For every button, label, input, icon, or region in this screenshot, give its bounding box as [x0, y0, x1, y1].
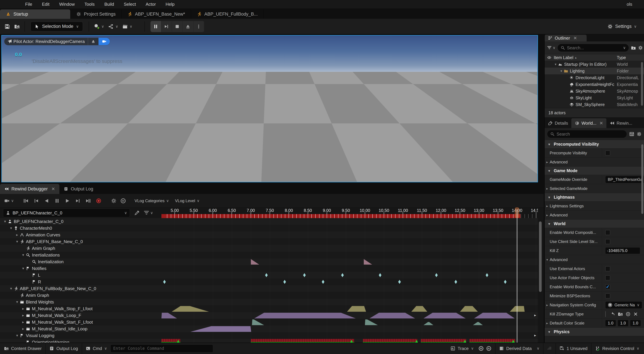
tree-row-bp-uefncharacter-c-0[interactable]: ▾BP_UEFNCharacter_C_0: [0, 218, 162, 225]
vector-component-input[interactable]: 1.0: [605, 320, 616, 326]
menu-item-help[interactable]: Help: [166, 2, 174, 7]
pilot-camera-toggle-button[interactable]: [98, 38, 110, 45]
property-row-navigation-system-config[interactable]: ▸Navigation System ConfigGeneric Na∨: [545, 300, 644, 310]
content-drawer-button[interactable]: Content Drawer: [4, 346, 42, 351]
outliner-filter-button[interactable]: ∨: [547, 46, 556, 50]
tree-row-anim-graph[interactable]: Anim Graph: [0, 292, 162, 299]
vector-component-input[interactable]: 1.0: [618, 320, 628, 326]
expander-open[interactable]: ▾: [8, 226, 14, 230]
checkbox-checked[interactable]: ✓: [605, 284, 610, 290]
tree-row-inertialization[interactable]: Inertialization: [0, 258, 162, 265]
outliner-row-skylight[interactable]: SkyLightSkyLight: [545, 94, 644, 101]
details-search[interactable]: [547, 130, 627, 138]
profiler-settings-button[interactable]: [109, 196, 118, 206]
expander-open[interactable]: ▾: [14, 300, 20, 304]
section-header-physics[interactable]: ▾Physics: [545, 328, 644, 336]
property-row-gamemode-override[interactable]: GameMode OverrideBP_ThirdPersonGa∨↶: [545, 175, 644, 184]
tab-project-settings[interactable]: Project Settings: [70, 10, 122, 19]
property-row-kill-z[interactable]: Kill Z-1048575.0: [545, 246, 644, 255]
use-selected-asset-icon[interactable]: [610, 312, 615, 316]
expander-closed[interactable]: ▸: [14, 233, 20, 237]
selection-mode-dropdown[interactable]: Selection Mode ∨: [30, 22, 83, 31]
expander-closed[interactable]: ▸: [20, 327, 26, 331]
checkbox[interactable]: [605, 294, 610, 298]
details-search-input[interactable]: [556, 132, 624, 136]
output-log-button[interactable]: Output Log: [49, 346, 78, 351]
debug-target-combo[interactable]: BP_UEFNCharacter_C_0 ∨: [3, 208, 130, 217]
expander-open[interactable]: ▾: [553, 62, 558, 66]
expander-open[interactable]: ▾: [559, 69, 564, 73]
property-row-selected-gamemode[interactable]: ▸Selected GameMode: [545, 184, 644, 193]
tab-rewin-[interactable]: Rewin...: [606, 118, 636, 128]
tree-row-anim-graph[interactable]: Anim Graph: [0, 245, 162, 252]
section-header-world[interactable]: ▾World: [545, 220, 644, 228]
cmd-dropdown[interactable]: Cmd ∨: [86, 346, 107, 351]
expander[interactable]: ▸: [545, 321, 550, 325]
expander-open[interactable]: ▾: [2, 219, 8, 224]
tab-outliner[interactable]: Outliner ✕: [545, 35, 586, 42]
pick-actor-eyedropper-button[interactable]: [132, 208, 142, 218]
outliner-scrollbar[interactable]: [641, 62, 643, 106]
expander-open[interactable]: ▾: [14, 240, 20, 244]
vlog-level-dropdown[interactable]: VLog Level∨: [175, 198, 200, 203]
tab-startup[interactable]: Startup: [0, 10, 70, 19]
expander[interactable]: ▸: [545, 160, 550, 164]
property-row-use-client-side-level-str-[interactable]: Use Client Side Level Str...: [545, 237, 644, 246]
expander-open[interactable]: ▾: [547, 195, 552, 199]
property-row-default-color-scale[interactable]: ▸Default Color Scale1.01.01.0: [545, 318, 644, 328]
menu-item-window[interactable]: Window: [59, 2, 75, 7]
tree-row-visual-logging[interactable]: ▾Visual Logging: [0, 332, 162, 339]
property-row-kill-zdamage-type[interactable]: Kill ZDamage Type: [545, 310, 644, 318]
menu-item-file[interactable]: File: [25, 2, 32, 7]
expander-open[interactable]: ▾: [20, 266, 26, 270]
tree-row-orientationwarping[interactable]: OrientationWarping: [0, 339, 162, 342]
expander-open[interactable]: ▾: [547, 142, 552, 146]
section-header-precomputed-visibility[interactable]: ▾Precomputed Visibility: [545, 140, 644, 148]
expander-open[interactable]: ▾: [14, 333, 20, 338]
new-folder-icon[interactable]: [631, 45, 636, 50]
menu-item-select[interactable]: Select: [124, 2, 136, 7]
expander[interactable]: ▸: [545, 186, 550, 190]
checkbox[interactable]: [605, 230, 610, 235]
tree-row-inertializations[interactable]: ▾Inertializations: [0, 252, 162, 258]
display-options-grid-icon[interactable]: [629, 132, 634, 136]
revision-control-dropdown[interactable]: ✓ Revision Control ∨: [595, 346, 639, 351]
outliner-row-startup-play-in-editor-[interactable]: ▾Startup (Play In Editor)World: [545, 61, 644, 68]
menu-item-tools[interactable]: Tools: [84, 2, 95, 7]
details-scrollbar[interactable]: [641, 144, 643, 214]
nav-config-dropdown[interactable]: Generic Na∨: [605, 301, 642, 309]
trace-snapshot-button[interactable]: [486, 346, 492, 351]
unsaved-button[interactable]: 1 Unsaved: [560, 346, 588, 351]
step-backward-button[interactable]: [32, 196, 41, 206]
tree-row-m-neutral-walk-loop-f[interactable]: ▸M_Neutral_Walk_Loop_F: [0, 312, 162, 319]
save-button[interactable]: [2, 21, 12, 32]
visibility-eye-icon[interactable]: [547, 55, 552, 60]
outliner-row-lighting[interactable]: ▾LightingFolder: [545, 68, 644, 74]
timeline-ruler[interactable]: 5.005.506.006.507.007.508.008.509.009.50…: [162, 207, 538, 218]
recording-settings-button[interactable]: [118, 196, 128, 206]
checkbox[interactable]: [605, 150, 610, 156]
details-settings-gear-icon[interactable]: [636, 132, 642, 136]
property-row-enable-world-bounds-c-[interactable]: Enable World Bounds C...✓: [545, 282, 644, 292]
checkbox[interactable]: [605, 239, 610, 244]
pause-button[interactable]: [52, 196, 62, 206]
timeline-tracks[interactable]: ▸▸: [162, 218, 538, 342]
add-actor-button[interactable]: ∨: [92, 21, 106, 32]
tree-row-notifies[interactable]: ▾Notifies: [0, 265, 162, 272]
console-command-input[interactable]: [110, 344, 213, 352]
expander-open[interactable]: ▾: [547, 330, 552, 334]
tree-row-animation-curves[interactable]: ▸Animation Curves: [0, 232, 162, 238]
stop-button[interactable]: [172, 21, 183, 32]
property-row-use-external-actors[interactable]: Use External Actors: [545, 264, 644, 273]
property-row-enable-world-compositi-[interactable]: Enable World Compositi...: [545, 228, 644, 237]
frame-skip-button[interactable]: [161, 21, 172, 32]
tree-row-l[interactable]: L: [0, 272, 162, 278]
pause-button[interactable]: [150, 21, 161, 32]
eject-button[interactable]: [183, 21, 194, 32]
property-row-use-actor-folder-objects[interactable]: Use Actor Folder Objects: [545, 273, 644, 282]
checkbox[interactable]: [605, 266, 610, 271]
menu-item-build[interactable]: Build: [104, 2, 114, 7]
clear-asset-icon[interactable]: [633, 312, 638, 316]
numeric-input[interactable]: -1048575.0: [605, 247, 640, 254]
tree-row-abp-uefn-fullbody-base-new-c-0[interactable]: ▾ABP_UEFN_FullBody_Base_New_C_0: [0, 285, 162, 292]
